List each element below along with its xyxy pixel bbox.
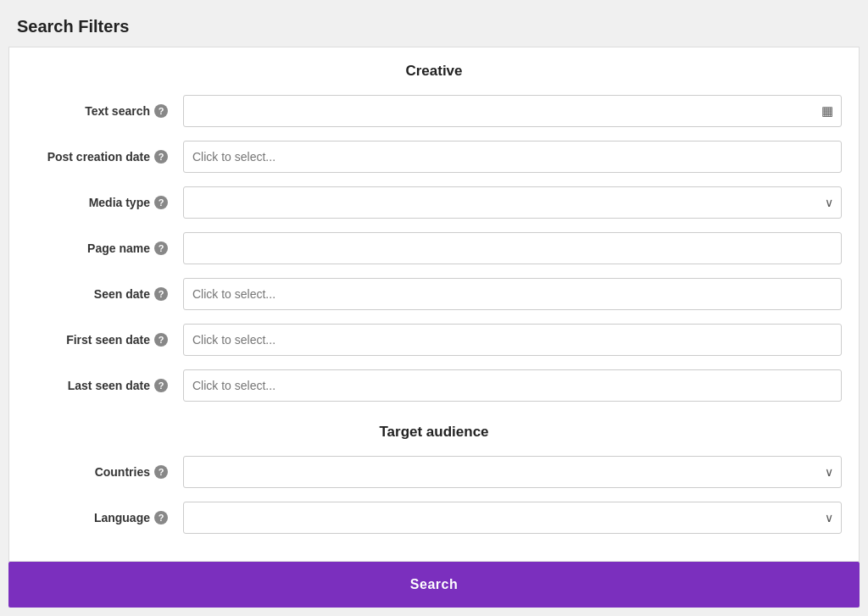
post-creation-date-label: Post creation date ? <box>26 149 183 164</box>
last-seen-date-input[interactable] <box>183 369 842 402</box>
media-type-label: Media type ? <box>26 196 183 209</box>
countries-select[interactable] <box>183 456 842 488</box>
post-creation-date-input[interactable] <box>183 141 842 173</box>
post-creation-date-help-icon[interactable]: ? <box>154 150 168 164</box>
first-seen-date-field <box>183 324 842 356</box>
language-field: ∨ <box>183 502 842 534</box>
seen-date-row: Seen date ? <box>9 271 859 317</box>
text-search-field: ▦ <box>183 95 842 127</box>
page-name-row: Page name ? <box>9 225 859 271</box>
seen-date-input[interactable] <box>183 278 842 310</box>
countries-label: Countries ? <box>26 465 183 479</box>
countries-row: Countries ? ∨ <box>9 449 859 495</box>
media-type-help-icon[interactable]: ? <box>154 196 168 209</box>
text-search-label: Text search ? <box>26 104 183 118</box>
seen-date-label: Seen date ? <box>26 287 183 301</box>
first-seen-date-row: First seen date ? <box>9 317 859 363</box>
page-name-help-icon[interactable]: ? <box>154 241 168 255</box>
language-label: Language ? <box>26 511 183 524</box>
post-creation-date-field <box>183 141 842 173</box>
text-search-input[interactable] <box>183 95 842 127</box>
media-type-select[interactable] <box>183 186 842 219</box>
text-search-help-icon[interactable]: ? <box>154 104 168 118</box>
last-seen-date-label: Last seen date ? <box>26 379 183 392</box>
search-button[interactable]: Search <box>8 562 860 608</box>
search-button-label: Search <box>410 577 458 592</box>
first-seen-date-help-icon[interactable]: ? <box>154 333 168 347</box>
countries-help-icon[interactable]: ? <box>154 465 168 479</box>
main-container: Creative Text search ? ▦ Post creation d… <box>0 47 868 562</box>
section-target-audience: Target audience <box>9 408 859 449</box>
page-title: Search Filters <box>0 0 868 47</box>
first-seen-date-input[interactable] <box>183 324 842 356</box>
text-search-row: Text search ? ▦ <box>9 88 859 134</box>
form-panel: Creative Text search ? ▦ Post creation d… <box>8 47 860 562</box>
seen-date-field <box>183 278 842 310</box>
language-select[interactable] <box>183 502 842 534</box>
countries-field: ∨ <box>183 456 842 488</box>
last-seen-date-row: Last seen date ? <box>9 363 859 408</box>
media-type-row: Media type ? ∨ <box>9 180 859 225</box>
first-seen-date-label: First seen date ? <box>26 333 183 347</box>
language-row: Language ? ∨ <box>9 495 859 541</box>
page-name-field <box>183 232 842 264</box>
language-help-icon[interactable]: ? <box>154 511 168 524</box>
page-name-label: Page name ? <box>26 241 183 255</box>
last-seen-date-help-icon[interactable]: ? <box>154 379 168 392</box>
seen-date-help-icon[interactable]: ? <box>154 287 168 301</box>
media-type-field: ∨ <box>183 186 842 219</box>
post-creation-date-row: Post creation date ? <box>9 134 859 180</box>
section-creative: Creative <box>9 47 859 88</box>
last-seen-date-field <box>183 369 842 402</box>
page-name-input[interactable] <box>183 232 842 264</box>
